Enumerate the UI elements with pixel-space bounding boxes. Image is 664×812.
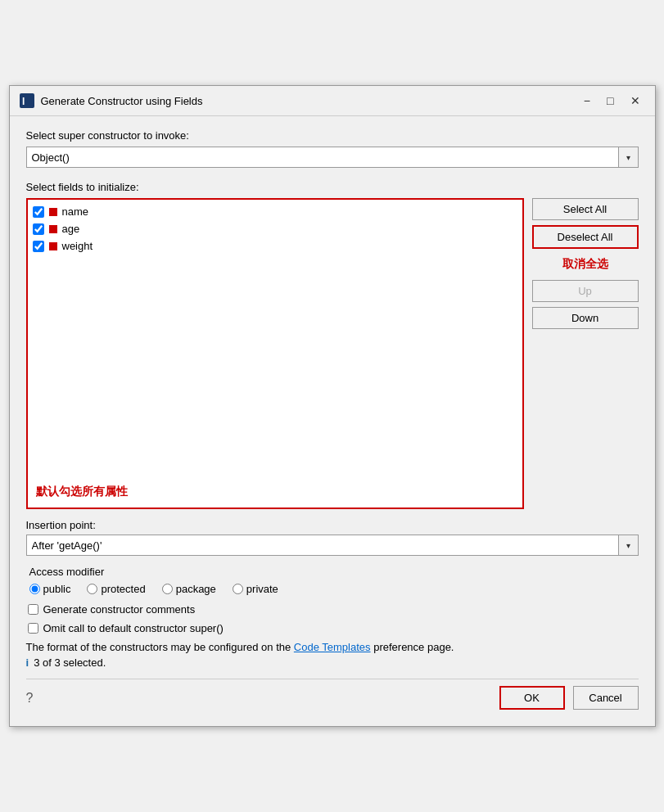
help-button[interactable]: ? bbox=[26, 691, 34, 706]
radio-private-label: private bbox=[246, 583, 278, 595]
list-item[interactable]: name bbox=[28, 203, 522, 220]
title-bar-left: I Generate Constructor using Fields bbox=[20, 93, 203, 108]
field-weight-checkbox[interactable] bbox=[33, 241, 44, 252]
list-item[interactable]: age bbox=[28, 220, 522, 237]
down-button[interactable]: Down bbox=[532, 307, 639, 329]
close-button[interactable]: ✕ bbox=[626, 92, 645, 109]
title-bar-buttons: − □ ✕ bbox=[579, 92, 645, 109]
title-bar: I Generate Constructor using Fields − □ … bbox=[10, 86, 655, 116]
left-annotation: 默认勾选所有属性 bbox=[36, 485, 128, 499]
info-icon: i bbox=[26, 656, 29, 669]
code-templates-link[interactable]: Code Templates bbox=[294, 641, 371, 653]
info-suffix: preference page. bbox=[371, 641, 454, 653]
super-constructor-label: Select super constructor to invoke: bbox=[26, 129, 639, 142]
list-item[interactable]: weight bbox=[28, 237, 522, 255]
deselect-all-button[interactable]: Deselect All bbox=[532, 225, 639, 249]
field-name-checkbox[interactable] bbox=[33, 206, 44, 218]
generate-comments-checkbox[interactable] bbox=[28, 604, 38, 615]
up-button[interactable]: Up bbox=[532, 280, 639, 302]
super-constructor-row: Object() ▾ bbox=[26, 147, 639, 168]
field-weight-label: weight bbox=[62, 240, 93, 252]
radio-group: public protected package private bbox=[26, 583, 639, 595]
radio-package-label: package bbox=[176, 583, 216, 595]
radio-public-input[interactable] bbox=[29, 584, 40, 594]
bottom-buttons: ? OK Cancel bbox=[26, 679, 639, 713]
info-text: The format of the constructors may be co… bbox=[26, 641, 639, 653]
generate-comments-label: Generate constructor comments bbox=[43, 603, 196, 616]
status-text: 3 of 3 selected. bbox=[34, 656, 106, 669]
fields-list: name age weight bbox=[28, 200, 522, 258]
radio-public[interactable]: public bbox=[29, 583, 71, 595]
app-icon: I bbox=[20, 93, 34, 108]
omit-call-checkbox[interactable] bbox=[28, 623, 38, 634]
field-age-label: age bbox=[62, 223, 80, 235]
left-annotation-text: 默认勾选所有属性 bbox=[36, 485, 128, 498]
ok-button[interactable]: OK bbox=[499, 686, 565, 710]
omit-call-row: Omit call to default constructor super() bbox=[26, 622, 639, 634]
svg-text:I: I bbox=[22, 96, 25, 107]
radio-package[interactable]: package bbox=[162, 583, 216, 595]
radio-protected-input[interactable] bbox=[87, 584, 97, 594]
super-constructor-dropdown[interactable]: Object() bbox=[26, 147, 619, 168]
right-panel: Select All Deselect All 取消全选 Up Down bbox=[532, 198, 639, 509]
radio-private-input[interactable] bbox=[233, 584, 243, 594]
right-annotation: 取消全选 bbox=[532, 257, 639, 272]
minimize-button[interactable]: − bbox=[579, 92, 595, 109]
fields-area: name age weight bbox=[26, 198, 639, 509]
dialog-title: Generate Constructor using Fields bbox=[41, 95, 203, 107]
access-modifier-label: Access modifier bbox=[26, 566, 639, 578]
dialog-content: Select super constructor to invoke: Obje… bbox=[10, 116, 655, 726]
radio-package-input[interactable] bbox=[162, 584, 173, 594]
generate-comments-row: Generate constructor comments bbox=[26, 603, 639, 616]
status-row: i 3 of 3 selected. bbox=[26, 656, 639, 669]
field-weight-icon bbox=[49, 242, 57, 250]
field-age-checkbox[interactable] bbox=[33, 223, 44, 235]
access-modifier-section: Access modifier public protected package… bbox=[26, 566, 639, 595]
field-name-icon bbox=[49, 208, 57, 216]
info-prefix: The format of the constructors may be co… bbox=[26, 641, 294, 653]
insertion-point-dropdown[interactable]: After 'getAge()' bbox=[26, 535, 619, 556]
ok-cancel-group: OK Cancel bbox=[499, 686, 639, 710]
fields-section-label: Select fields to initialize: bbox=[26, 181, 639, 193]
insertion-point-label: Insertion point: bbox=[26, 519, 639, 531]
insertion-point-row: After 'getAge()' ▾ bbox=[26, 535, 639, 556]
radio-protected[interactable]: protected bbox=[87, 583, 145, 595]
insertion-point-arrow[interactable]: ▾ bbox=[619, 535, 639, 556]
select-all-button[interactable]: Select All bbox=[532, 198, 639, 220]
fields-list-container: name age weight bbox=[26, 198, 524, 509]
radio-protected-label: protected bbox=[101, 583, 145, 595]
radio-private[interactable]: private bbox=[233, 583, 278, 595]
super-constructor-arrow[interactable]: ▾ bbox=[619, 147, 639, 168]
right-annotation-text: 取消全选 bbox=[562, 257, 608, 270]
field-age-icon bbox=[49, 225, 57, 233]
field-name-label: name bbox=[62, 205, 89, 218]
radio-public-label: public bbox=[43, 583, 71, 595]
maximize-button[interactable]: □ bbox=[602, 92, 618, 109]
dialog: I Generate Constructor using Fields − □ … bbox=[9, 85, 656, 727]
cancel-button[interactable]: Cancel bbox=[573, 686, 639, 710]
omit-call-label: Omit call to default constructor super() bbox=[43, 622, 224, 634]
